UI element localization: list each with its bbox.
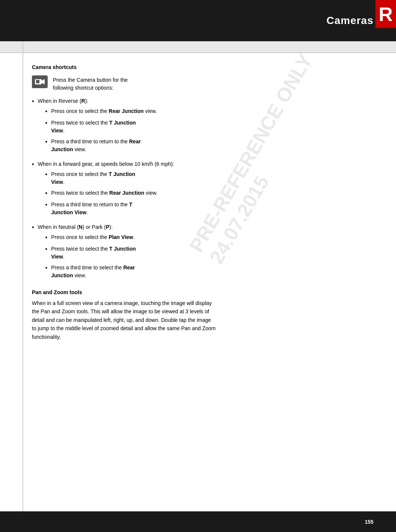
rear-junction-bold-2: RearJunction — [51, 138, 141, 152]
forward-list-item: When in a forward gear, at speeds below … — [32, 160, 370, 219]
reverse-sub-item-1: Press once to select the Rear Junction v… — [45, 107, 157, 116]
neutral-sub-item-1: Press once to select the Plan View. — [45, 233, 136, 242]
camera-icon-box — [32, 75, 48, 88]
neutral-intro-text: When in Neutral (N) or Park (P): — [38, 224, 113, 230]
reverse-intro-text: When in Reverse (R): — [38, 98, 89, 104]
t-junction-bold-2: T JunctionView — [51, 171, 135, 185]
camera-shortcuts-title: Camera shortcuts — [32, 64, 370, 70]
reverse-sub-item-2: Press twice to select the T JunctionView… — [45, 119, 157, 135]
reverse-list-item: When in Reverse (R): Press once to selec… — [32, 97, 370, 156]
pan-zoom-title: Pan and Zoom tools — [32, 289, 370, 295]
plan-view-bold: Plan View — [109, 234, 133, 240]
forward-sub-list: Press once to select the T JunctionView.… — [45, 170, 174, 216]
sub-header-bar — [0, 41, 396, 53]
neutral-list-item: When in Neutral (N) or Park (P): Press o… — [32, 223, 370, 283]
camera-icon-description: Press the Camera button for the followin… — [53, 75, 128, 92]
forward-sub-item-2: Press twice to select the Rear Junction … — [45, 189, 174, 198]
forward-sub-item-3: Press a third time to return to the TJun… — [45, 201, 174, 216]
t-junction-bold-3: TJunction View — [51, 201, 132, 215]
r-letter: R — [379, 5, 393, 24]
forward-sub-item-1: Press once to select the T JunctionView. — [45, 170, 174, 186]
camera-desc-line1: Press the Camera button for the — [53, 77, 128, 83]
rear-junction-bold-3: Rear Junction — [109, 190, 144, 196]
camera-icon — [35, 78, 45, 86]
t-junction-bold-4: T JunctionView — [51, 246, 136, 260]
main-bullet-list: When in Reverse (R): Press once to selec… — [32, 97, 370, 283]
r-tab: R — [375, 0, 396, 28]
reverse-r-bold: R — [81, 98, 85, 104]
camera-desc-line2: following shortcut options: — [53, 85, 113, 91]
neutral-p-bold: P — [106, 224, 109, 230]
reverse-sub-list: Press once to select the Rear Junction v… — [45, 107, 157, 153]
svg-marker-1 — [42, 79, 45, 84]
rear-junction-bold-1: Rear Junction — [109, 108, 144, 114]
main-content: PRE-REFERENCE ONLY24.07.2015 Camera shor… — [0, 53, 396, 352]
svg-rect-2 — [36, 80, 39, 83]
neutral-sub-item-3: Press a third time to select the RearJun… — [45, 264, 136, 280]
pan-zoom-text: When in a full screen view of a camera i… — [32, 299, 216, 341]
t-junction-bold-1: T JunctionView — [51, 120, 136, 134]
forward-intro-text: When in a forward gear, at speeds below … — [38, 161, 174, 167]
footer: 155 — [0, 511, 396, 532]
page-number: 155 — [365, 519, 373, 525]
rear-junction-bold-4: RearJunction — [51, 264, 135, 278]
neutral-sub-list: Press once to select the Plan View. Pres… — [45, 233, 136, 280]
header-bar: Cameras R — [0, 0, 396, 41]
camera-icon-row: Press the Camera button for the followin… — [32, 75, 370, 92]
neutral-n-bold: N — [79, 224, 83, 230]
neutral-sub-item-2: Press twice to select the T JunctionView… — [45, 245, 136, 261]
reverse-sub-item-3: Press a third time to return to the Rear… — [45, 138, 157, 153]
page-title: Cameras — [327, 15, 373, 27]
